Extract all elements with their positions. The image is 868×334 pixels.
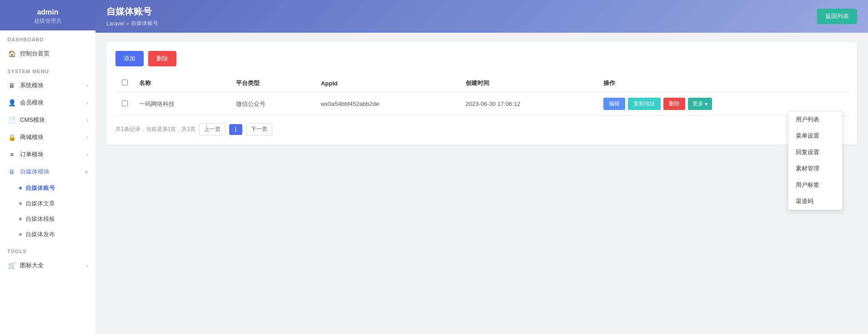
th-name: 名称	[134, 75, 231, 92]
add-button[interactable]: 添加	[115, 51, 144, 66]
sub-label-media-account: 自媒体账号	[25, 184, 55, 192]
cell-created: 2023-06-30 17:06:12	[460, 92, 598, 116]
sidebar-item-icons[interactable]: 🛒 图标大全 ›	[0, 257, 95, 274]
dropdown-item-1[interactable]: 菜单设置	[788, 128, 842, 144]
top-header: 自媒体账号 Laravel > 自媒体账号 返回列表	[95, 0, 868, 33]
dot-icon2	[19, 202, 22, 205]
sub-label-media-publish: 自媒体发布	[25, 230, 55, 239]
bulk-delete-button[interactable]: 删除	[148, 51, 176, 66]
main-area: 自媒体账号 Laravel > 自媒体账号 返回列表 添加 删除	[95, 0, 868, 334]
sidebar-sub-item-media-account[interactable]: 自媒体账号	[0, 180, 95, 196]
section-title-system-menu: SYSTEM MENU	[0, 62, 95, 77]
pagination-info-text: 共1条记录，当前是第1页，共1页	[115, 125, 196, 133]
sidebar-label-cms: CMS模块	[20, 116, 86, 124]
copy-url-button[interactable]: 复制地址	[628, 98, 661, 110]
monitor-icon: 🖥	[7, 82, 16, 89]
chevron-right-icon: ›	[86, 83, 88, 88]
chevron-right-icon3: ›	[86, 117, 88, 123]
section-title-dashboard: DASHBOARD	[0, 30, 95, 45]
list-icon: ≡	[7, 151, 16, 158]
page-title: 自媒体账号	[106, 5, 158, 18]
dot-icon3	[19, 218, 22, 220]
media-icon: 🖥	[7, 168, 16, 175]
dot-icon	[19, 187, 22, 189]
sidebar-label-media: 自媒体模块	[20, 168, 85, 176]
edit-button[interactable]: 编辑	[603, 98, 625, 110]
dropdown-item-2[interactable]: 回复设置	[788, 144, 842, 160]
row-checkbox-cell	[115, 92, 134, 116]
return-button[interactable]: 返回列表	[817, 9, 857, 24]
chevron-right-icon2: ›	[86, 100, 88, 105]
sub-label-media-template: 自媒体模板	[25, 215, 55, 223]
shop-icon: 🔒	[7, 134, 16, 141]
chevron-down-icon: ∨	[85, 169, 88, 175]
sidebar-label-icons: 图标大全	[20, 261, 86, 269]
sidebar-item-member[interactable]: 👤 会员模块 ›	[0, 94, 95, 111]
admin-role: 超级管理员	[0, 17, 95, 25]
chevron-down-icon	[705, 101, 707, 107]
action-buttons: 编辑 复制地址 删除 更多 用户列表菜单设置回复设置素材管理用户标签渠道码	[603, 98, 843, 110]
sidebar: admin 超级管理员 DASHBOARD 🏠 控制台首页 SYSTEM MEN…	[0, 0, 95, 334]
chevron-right-icon6: ›	[86, 263, 88, 268]
sidebar-label-system: 系统模块	[20, 81, 86, 90]
sidebar-item-label: 控制台首页	[20, 50, 88, 58]
dropdown-item-0[interactable]: 用户列表	[788, 111, 842, 128]
data-table: 名称 平台类型 AppId 创建时间 操作 一码网络科技 微信公众号 wx0a5…	[115, 75, 848, 116]
pagination: 共1条记录，当前是第1页，共1页 上一页 1 下一页	[115, 123, 848, 135]
sidebar-item-cms[interactable]: 📄 CMS模块 ›	[0, 111, 95, 129]
th-actions: 操作	[598, 75, 848, 92]
breadcrumb: Laravel > 自媒体账号	[106, 20, 158, 27]
content-area: 添加 删除 名称 平台类型 AppId 创建时间 操作	[95, 33, 868, 334]
th-appid: AppId	[316, 75, 460, 92]
sidebar-item-system[interactable]: 🖥 系统模块 ›	[0, 77, 95, 94]
breadcrumb-separator: >	[126, 21, 129, 26]
delete-row-button[interactable]: 删除	[663, 98, 685, 110]
select-all-checkbox[interactable]	[122, 80, 128, 85]
sidebar-item-shop[interactable]: 🔒 商城模块 ›	[0, 129, 95, 146]
sidebar-sub-item-media-article[interactable]: 自媒体文章	[0, 196, 95, 211]
dropdown-item-5[interactable]: 渠道码	[788, 193, 842, 209]
table-row: 一码网络科技 微信公众号 wx0a54bbf452abb2de 2023-06-…	[115, 92, 848, 116]
more-dropdown-menu: 用户列表菜单设置回复设置素材管理用户标签渠道码	[788, 111, 843, 210]
prev-page-button[interactable]: 上一页	[199, 123, 226, 135]
admin-name: admin	[0, 8, 95, 16]
section-title-tools: TOOLS	[0, 242, 95, 257]
dropdown-item-4[interactable]: 用户标签	[788, 177, 842, 193]
sidebar-label-order: 订单模块	[20, 150, 86, 159]
toolbar: 添加 删除	[115, 51, 848, 66]
th-created: 创建时间	[460, 75, 598, 92]
more-button[interactable]: 更多	[688, 98, 712, 110]
sidebar-item-media[interactable]: 🖥 自媒体模块 ∨	[0, 163, 95, 180]
th-checkbox	[115, 75, 134, 92]
chevron-right-icon4: ›	[86, 135, 88, 140]
next-page-button[interactable]: 下一页	[246, 123, 272, 135]
breadcrumb-laravel: Laravel	[106, 20, 124, 27]
dropdown-item-3[interactable]: 素材管理	[788, 160, 842, 177]
cell-platform: 微信公众号	[231, 92, 315, 116]
user-icon: 👤	[7, 99, 16, 106]
sidebar-label-shop: 商城模块	[20, 133, 86, 141]
home-icon: 🏠	[7, 50, 16, 57]
sub-label-media-article: 自媒体文章	[25, 199, 55, 208]
breadcrumb-current: 自媒体账号	[131, 20, 158, 27]
current-page-button[interactable]: 1	[229, 124, 242, 135]
dot-icon4	[19, 233, 22, 236]
sidebar-sub-item-media-publish[interactable]: 自媒体发布	[0, 227, 95, 242]
th-platform: 平台类型	[231, 75, 315, 92]
sidebar-item-dashboard[interactable]: 🏠 控制台首页	[0, 45, 95, 62]
cell-appid: wx0a54bbf452abb2de	[316, 92, 460, 116]
sidebar-label-member: 会员模块	[20, 99, 86, 107]
document-icon: 📄	[7, 116, 16, 124]
sidebar-header: admin 超级管理员	[0, 0, 95, 30]
content-card: 添加 删除 名称 平台类型 AppId 创建时间 操作	[106, 42, 857, 145]
row-checkbox[interactable]	[122, 100, 128, 106]
cell-actions: 编辑 复制地址 删除 更多 用户列表菜单设置回复设置素材管理用户标签渠道码	[598, 92, 848, 116]
header-title-area: 自媒体账号 Laravel > 自媒体账号	[106, 5, 158, 27]
chevron-right-icon5: ›	[86, 152, 88, 157]
sidebar-sub-item-media-template[interactable]: 自媒体模板	[0, 211, 95, 227]
cell-name: 一码网络科技	[134, 92, 231, 116]
cart-icon: 🛒	[7, 262, 16, 269]
sidebar-item-order[interactable]: ≡ 订单模块 ›	[0, 146, 95, 163]
